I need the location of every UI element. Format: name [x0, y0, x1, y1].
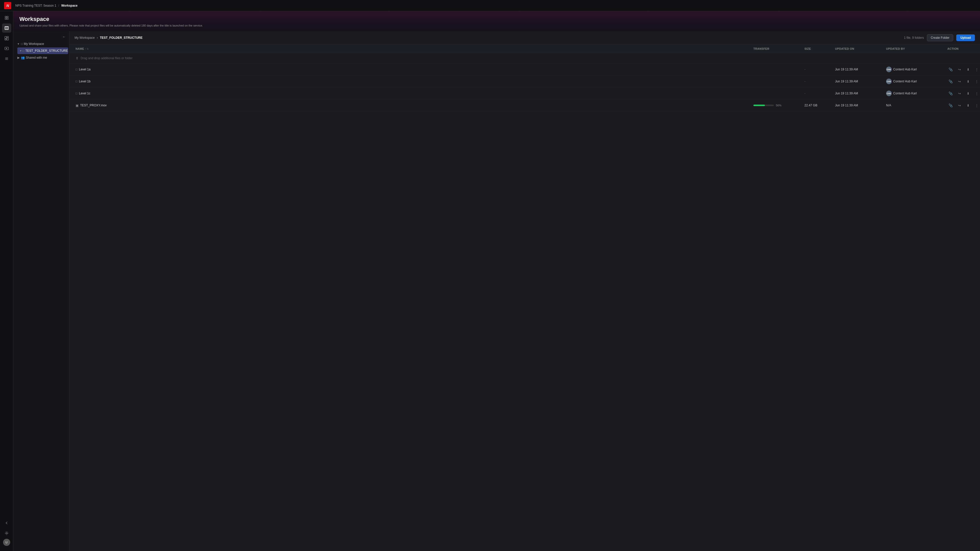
cell-action-proxy: 📎 ↪ ⬇ ⋮: [945, 100, 976, 111]
cell-updated-by-level1b: CHK Content Hub Karl: [884, 76, 945, 87]
share-btn-proxy[interactable]: ↪: [956, 102, 963, 109]
progress-bar-wrap: 56%: [753, 104, 781, 107]
top-breadcrumb-project[interactable]: NPS Training TEST: Season 1: [15, 4, 56, 7]
page-title: Workspace: [19, 16, 974, 22]
cell-name-level1c[interactable]: □ Level 1c: [73, 89, 751, 98]
header-action: Action: [945, 44, 976, 53]
action-icons-level1c: 📎 ↪ ⬇ ⋮: [947, 90, 980, 97]
progress-bar-fill: [753, 105, 765, 106]
download-btn-level1c[interactable]: ⬇: [965, 90, 971, 97]
share-btn-level1a[interactable]: ↪: [956, 66, 963, 73]
cell-updated-on-level1a: Jun 19 11:39 AM: [833, 65, 884, 74]
top-breadcrumb-current: Workspace: [61, 4, 78, 7]
svg-rect-5: [5, 37, 6, 38]
svg-rect-2: [5, 18, 6, 19]
more-btn-level1a[interactable]: ⋮: [974, 66, 980, 73]
nav-media-btn[interactable]: [2, 44, 11, 53]
svg-rect-7: [5, 39, 6, 40]
clip-btn-level1a[interactable]: 📎: [947, 66, 954, 73]
cell-size-level1c: -: [802, 89, 833, 98]
folder-icon-my-workspace: □: [21, 42, 23, 46]
share-btn-level1c[interactable]: ↪: [956, 90, 963, 97]
download-btn-level1b[interactable]: ⬇: [965, 78, 971, 85]
netflix-logo: N: [4, 2, 11, 9]
updated-by-text-level1b: Content Hub Karl: [893, 79, 917, 83]
action-icons-level1b: 📎 ↪ ⬇ ⋮: [947, 78, 980, 85]
folder-icon-test-folder: □: [22, 49, 24, 52]
cell-size-proxy: 22.47 GB: [802, 101, 833, 110]
cell-action-level1c: 📎 ↪ ⬇ ⋮: [945, 87, 976, 99]
cell-updated-on-level1c: Jun 19 11:39 AM: [833, 89, 884, 98]
cell-transfer-level1c: [751, 91, 802, 96]
file-table: Name ↕ 1 Transfer Size Updated On: [69, 44, 980, 551]
cell-updated-by-level1a: CHK Content Hub Karl: [884, 64, 945, 75]
cell-name-level1a[interactable]: □ Level 1a: [73, 65, 751, 74]
sort-icon-name: ↕ 1: [85, 48, 89, 50]
tree-chevron-shared: ▶: [17, 56, 20, 59]
create-folder-button[interactable]: Create Folder: [927, 34, 953, 41]
page-header: Workspace Upload and share your files wi…: [13, 11, 980, 31]
content-area: Workspace Upload and share your files wi…: [13, 11, 980, 551]
table-row: ▣ TEST_PROXY.mov 56%: [69, 100, 980, 111]
avatar-level1c: CHK: [886, 91, 892, 96]
updated-by-text-level1a: Content Hub Karl: [893, 68, 917, 71]
more-btn-level1b[interactable]: ⋮: [974, 78, 980, 85]
header-size[interactable]: Size: [802, 44, 833, 53]
avatar-level1a: CHK: [886, 67, 892, 72]
more-btn-level1c[interactable]: ⋮: [974, 90, 980, 97]
tree-label-shared: Shared with me: [26, 56, 65, 59]
cell-transfer-level1a: [751, 67, 802, 72]
drop-zone-label: Drag and drop additional files or folder: [81, 56, 132, 60]
header-name[interactable]: Name ↕ 1: [73, 44, 751, 53]
progress-pct: 56%: [776, 104, 781, 107]
action-icons-level1a: 📎 ↪ ⬇ ⋮: [947, 66, 980, 73]
tree-collapse-btn[interactable]: ⇤: [62, 34, 67, 39]
upload-button[interactable]: Upload: [956, 35, 975, 41]
cell-name-proxy[interactable]: ▣ TEST_PROXY.mov: [73, 101, 751, 110]
file-icon-proxy: ▣: [76, 103, 79, 107]
table-row: □ Level 1b - Jun 19 11:39 AM CHK Content…: [69, 76, 980, 87]
user-avatar-btn[interactable]: U: [3, 539, 10, 546]
clip-btn-level1b[interactable]: 📎: [947, 78, 954, 85]
cell-transfer-proxy: 56%: [751, 101, 802, 110]
file-name-level1a: Level 1a: [79, 68, 90, 71]
tree-item-my-workspace[interactable]: ▾ □ My Workspace: [14, 41, 68, 47]
top-breadcrumb-sep: /: [59, 4, 59, 7]
clip-btn-proxy[interactable]: 📎: [947, 102, 954, 109]
breadcrumb-my-workspace[interactable]: My Workspace: [75, 36, 95, 40]
download-btn-level1a[interactable]: ⬇: [965, 66, 971, 73]
tree-item-shared-with-me[interactable]: ▶ 👥 Shared with me: [14, 54, 68, 61]
body-row: ⇤ ▾ □ My Workspace ▾ □ TEST_FOLDER_STRUC…: [13, 31, 980, 551]
cell-updated-by-level1c: CHK Content Hub Karl: [884, 88, 945, 99]
svg-rect-0: [5, 16, 6, 17]
tree-item-test-folder-structure[interactable]: ▾ □ TEST_FOLDER_STRUCTURE: [18, 48, 68, 54]
svg-rect-8: [6, 38, 8, 40]
clip-btn-level1c[interactable]: 📎: [947, 90, 954, 97]
more-btn-proxy[interactable]: ⋮: [974, 102, 980, 109]
nav-assets-btn[interactable]: [2, 34, 11, 43]
page-wrapper: Workspace Upload and share your files wi…: [13, 11, 980, 551]
cell-updated-on-proxy: Jun 19 11:39 AM: [833, 101, 884, 110]
header-transfer[interactable]: Transfer: [751, 44, 802, 53]
svg-point-10: [6, 532, 7, 534]
cell-updated-on-level1b: Jun 19 11:39 AM: [833, 77, 884, 86]
page-subtitle: Upload and share your files with others.…: [19, 24, 974, 27]
drop-zone[interactable]: ⬆ Drag and drop additional files or fold…: [69, 53, 980, 64]
folder-icon-row: □: [76, 68, 77, 71]
header-updated-by[interactable]: Updated By: [884, 44, 945, 53]
download-btn-proxy[interactable]: ⬇: [965, 102, 971, 109]
nav-workspace-btn[interactable]: [2, 24, 11, 33]
cell-updated-by-proxy: N/A: [884, 101, 945, 110]
nav-dashboard-btn[interactable]: [2, 13, 11, 22]
cell-name-level1b[interactable]: □ Level 1b: [73, 77, 751, 86]
nav-collapse-btn[interactable]: [2, 518, 11, 527]
nav-list-btn[interactable]: [2, 54, 11, 63]
header-updated-on[interactable]: Updated On: [833, 44, 884, 53]
file-count: 1 file, 9 folders: [904, 36, 924, 40]
tree-label-test-folder: TEST_FOLDER_STRUCTURE: [25, 49, 68, 52]
updated-by-text-level1c: Content Hub Karl: [893, 92, 917, 95]
settings-btn[interactable]: [2, 529, 11, 538]
upload-icon: ⬆: [76, 56, 79, 60]
tree-chevron-my-workspace: ▾: [17, 42, 20, 45]
share-btn-level1b[interactable]: ↪: [956, 78, 963, 85]
